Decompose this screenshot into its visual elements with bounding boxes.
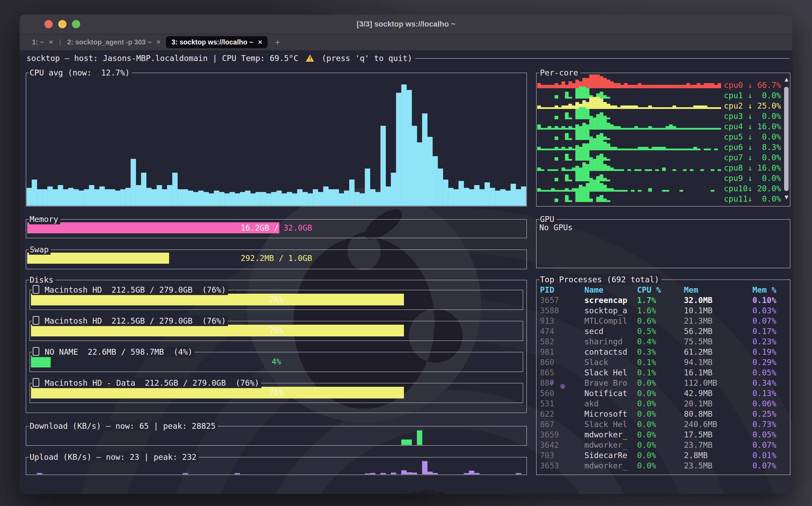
memory-panel: Memory 16.2GB / 32.0GB	[26, 219, 527, 238]
process-pid: 582	[540, 336, 554, 347]
new-tab-button[interactable]: +	[275, 38, 280, 47]
process-row: 703SidecarRe0.0%2.8MB0.01%	[537, 450, 790, 461]
window-title: [3/3] socktop ws://localho ~	[20, 20, 792, 29]
process-row: 860Slack0.1%94.1MB0.29%	[537, 357, 790, 367]
process-pid: 867	[540, 419, 554, 429]
upload-title: Upload (KB/s) — now: 23 | peak: 232	[29, 452, 199, 462]
process-mempct: 0.13%	[752, 388, 776, 398]
process-mempct: 0.17%	[752, 326, 776, 336]
process-pid: 3653	[540, 461, 559, 471]
process-name: sharingd	[584, 336, 623, 347]
host-info: socktop — host: Jasons-MBP.localdomain |…	[27, 54, 303, 63]
download-title: Download (KB/s) — now: 65 | peak: 28825	[29, 421, 218, 431]
process-pid: 981	[540, 347, 554, 357]
tab-1[interactable]: 1: ~×	[27, 36, 59, 48]
process-row: 3659mdworker_0.0%17.5MB0.05%	[537, 429, 790, 440]
process-mem: 112.0MB	[684, 378, 717, 388]
process-mempct: 0.05%	[752, 429, 776, 440]
process-row: 622Microsoft0.0%80.8MB0.25%	[537, 409, 790, 419]
tab-close-icon[interactable]: ×	[156, 38, 160, 46]
core-row-cpu11: cpu11↓ 0.0%	[724, 194, 781, 204]
memory-meter: 16.2GB / 32.0GB	[27, 222, 525, 233]
scroll-down-icon[interactable]: ▼	[782, 193, 791, 201]
process-pid: 3659	[540, 429, 559, 440]
process-name: Notificat	[584, 388, 627, 398]
process-cpu: 0.4%	[637, 336, 656, 347]
scroll-up-icon[interactable]: ▲	[782, 75, 791, 83]
disk-icon	[33, 285, 39, 294]
disks-title: Disks	[29, 275, 55, 285]
scrollbar[interactable]	[784, 87, 789, 191]
disk-meter: 4%	[31, 356, 522, 367]
process-cpu: 0.5%	[637, 326, 656, 336]
status-header: socktop — host: Jasons-MBP.localdomain |…	[27, 53, 790, 63]
swap-title: Swap	[29, 244, 51, 255]
core-row-cpu4: cpu4 ↓ 16.0%	[724, 121, 781, 132]
swap-label: 292.2MB / 1.0GB	[241, 254, 312, 263]
process-row: 531akd0.0%20.1MB0.06%	[537, 398, 790, 409]
tab-close-icon[interactable]: ×	[258, 38, 262, 46]
disk-meter: 76%	[31, 325, 522, 336]
core-row-cpu6: cpu6 ↓ 8.3%	[724, 142, 781, 152]
process-cpu: 0.0%	[637, 440, 656, 450]
disk-icon	[33, 378, 39, 387]
tab-3[interactable]: 3: socktop ws://localho ~×	[166, 36, 268, 48]
tab-separator: |	[59, 38, 61, 46]
process-cpu: 0.0%	[637, 409, 656, 419]
process-mem: 61.2MB	[684, 347, 712, 357]
process-row: 474secd0.5%56.2MB0.17%	[537, 326, 790, 336]
tab-close-icon[interactable]: ×	[49, 38, 53, 46]
disk-meter: 76%	[31, 387, 522, 398]
disk-percent-label: 4%	[272, 357, 281, 366]
disk-title: Macintosh HD - Data 212.5GB / 279.0GB (7…	[32, 378, 261, 388]
process-mem: 17.5MB	[684, 429, 712, 440]
process-name: screencap	[584, 295, 627, 305]
process-mempct: 0.07%	[752, 461, 776, 471]
process-mem: 42.9MB	[684, 388, 712, 398]
process-name: SidecarRe	[584, 450, 627, 461]
process-cpu: 0.1%	[637, 357, 656, 367]
disk-percent-label: 76%	[269, 326, 284, 335]
process-pid: 3588	[540, 305, 559, 316]
core-row-cpu7: cpu7 ↓ 0.0%	[724, 152, 781, 163]
disk-box: Macintosh HD - Data 212.5GB / 279.0GB (7…	[30, 383, 523, 403]
process-name: secd	[584, 326, 603, 336]
gpu-title: GPU	[539, 214, 556, 224]
swap-panel: Swap 292.2MB / 1.0GB	[26, 250, 527, 269]
process-pid: 913	[540, 316, 554, 326]
process-row: 560Notificat0.0%42.9MB0.13%	[537, 388, 790, 398]
process-cpu: 0.0%	[637, 378, 656, 388]
process-name: mdworker_	[584, 461, 627, 471]
process-name: Slack	[584, 357, 608, 367]
title-bar[interactable]: [3/3] socktop ws://localho ~	[20, 14, 792, 34]
top-processes-panel: Top Processes (692 total) PIDNameCPU %Me…	[536, 280, 790, 475]
cpu-avg-title: CPU avg (now: 12.7%)	[29, 68, 132, 78]
process-pid: 865	[540, 367, 554, 378]
process-mem: 23.5MB	[684, 461, 712, 471]
disks-panel: Disks Macintosh HD 212.5GB / 279.0GB (76…	[26, 280, 527, 413]
process-row: 3657screencap1.7%32.0MB0.10%	[537, 295, 790, 305]
zoom-button[interactable]	[72, 20, 80, 28]
process-cpu: 0.0%	[637, 419, 656, 429]
process-mempct: 0.06%	[752, 398, 776, 409]
process-cpu: 0.0%	[637, 388, 656, 398]
disk-label: Macintosh HD 212.5GB / 279.0GB (76%)	[40, 316, 226, 325]
upload-panel: Upload (KB/s) — now: 23 | peak: 232	[26, 457, 527, 475]
process-mempct: 0.03%	[752, 305, 776, 316]
core-row-cpu10: cpu10↓ 20.0%	[724, 183, 781, 194]
download-panel: Download (KB/s) — now: 65 | peak: 28825	[26, 426, 527, 446]
cpu-avg-panel: CPU avg (now: 12.7%)	[26, 73, 527, 206]
quit-hint: (press 'q' to quit)	[317, 54, 412, 63]
process-mempct: 0.10%	[752, 295, 776, 305]
process-mem: 56.2MB	[684, 326, 712, 336]
disk-icon	[33, 316, 39, 325]
disk-icon	[33, 347, 39, 356]
minimize-button[interactable]	[58, 20, 66, 28]
close-button[interactable]	[44, 20, 53, 28]
process-cpu: 1.6%	[637, 305, 656, 316]
core-sparkline	[537, 182, 721, 202]
process-row: 981contactsd0.3%61.2MB0.19%	[537, 347, 790, 357]
process-mempct: 0.05%	[752, 367, 776, 378]
tab-label: 2: socktop_agent -p 303 ~	[67, 38, 152, 46]
tab-2[interactable]: 2: socktop_agent -p 303 ~×	[62, 36, 166, 48]
